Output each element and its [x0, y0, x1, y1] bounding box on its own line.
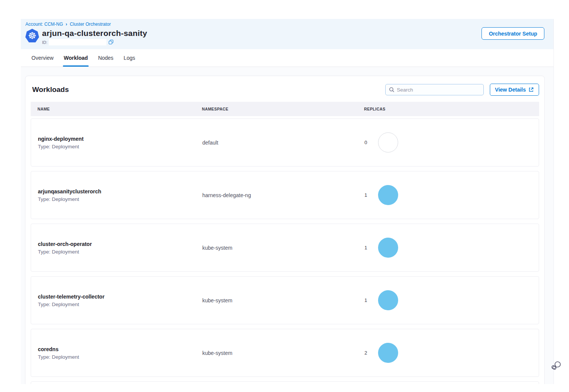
workload-namespace: kube-system: [202, 350, 364, 356]
replica-status-circle: [378, 290, 398, 310]
tab-workload[interactable]: Workload: [64, 49, 88, 67]
tab-overview[interactable]: Overview: [31, 49, 53, 67]
cluster-id-redacted: [49, 39, 106, 45]
breadcrumb-chevron-icon: ›: [66, 22, 67, 27]
table-row[interactable]: coredns Type: Deployment kube-system 2: [31, 329, 539, 377]
workload-namespace: kube-system: [202, 245, 364, 251]
chat-bubbles-icon: [552, 360, 563, 371]
app-frame: Account: CCM-NG › Cluster Orchestrator ☸…: [21, 19, 554, 384]
replica-count: 0: [364, 140, 368, 145]
tab-label: Logs: [123, 55, 135, 61]
column-header-replicas: REPLICAS: [364, 107, 539, 111]
workload-namespace: default: [202, 140, 364, 146]
table-row[interactable]: arjunqasanityclusterorch Type: Deploymen…: [31, 171, 539, 219]
workloads-card-header: Workloads View Details: [31, 84, 539, 96]
search-icon: [389, 87, 394, 92]
table-row[interactable]: nginx-deployment Type: Deployment defaul…: [31, 118, 539, 166]
view-details-button[interactable]: View Details: [490, 84, 539, 96]
table-row[interactable]: cluster-telemetry-collector Type: Deploy…: [31, 276, 539, 324]
replica-status-circle: [378, 343, 398, 363]
workload-type: Type: Deployment: [38, 144, 202, 149]
tab-logs[interactable]: Logs: [123, 49, 135, 67]
workload-namespace: kube-system: [202, 297, 364, 303]
replica-status-circle: [378, 185, 398, 205]
content-area: Workloads View Details: [21, 67, 553, 384]
column-header-namespace: NAMESPACE: [202, 107, 364, 111]
workloads-heading: Workloads: [32, 86, 69, 94]
table-header-row: NAME NAMESPACE REPLICAS: [31, 102, 539, 116]
tab-label: Workload: [64, 55, 88, 61]
workload-name: arjunqasanityclusterorch: [38, 188, 202, 194]
workload-name: coredns: [38, 346, 202, 352]
orchestrator-setup-button[interactable]: Orchestrator Setup: [481, 27, 544, 40]
copy-icon[interactable]: [109, 40, 114, 45]
replica-status-circle: [378, 132, 398, 152]
search-box[interactable]: [385, 84, 484, 95]
workload-name: nginx-deployment: [38, 136, 202, 142]
workload-type: Type: Deployment: [38, 249, 202, 255]
replica-count: 1: [364, 192, 368, 198]
search-input[interactable]: [397, 87, 480, 93]
tab-label: Nodes: [98, 55, 113, 61]
replica-count: 1: [364, 245, 368, 250]
kubernetes-icon: ☸: [25, 29, 39, 42]
table-row[interactable]: cluster-orch-operator Type: Deployment k…: [31, 224, 539, 272]
page-header: Account: CCM-NG › Cluster Orchestrator ☸…: [21, 19, 553, 49]
title-row: ☸ arjun-qa-clusterorch-sanity ID:: [25, 29, 549, 45]
replica-count: 1: [364, 297, 368, 303]
breadcrumb: Account: CCM-NG › Cluster Orchestrator: [25, 22, 549, 27]
workloads-actions: View Details: [385, 84, 539, 96]
table-row-partial[interactable]: [31, 381, 539, 384]
tab-nodes[interactable]: Nodes: [98, 49, 113, 67]
breadcrumb-section[interactable]: Cluster Orchestrator: [70, 22, 111, 27]
cluster-id-row: ID:: [42, 39, 147, 45]
replica-status-circle: [378, 238, 398, 258]
workload-type: Type: Deployment: [38, 196, 202, 202]
chat-help-button[interactable]: [552, 360, 564, 372]
tab-label: Overview: [31, 55, 53, 61]
replica-count: 2: [364, 350, 368, 356]
workload-namespace: harness-delegate-ng: [202, 192, 364, 198]
column-header-name: NAME: [38, 107, 202, 111]
workload-type: Type: Deployment: [38, 354, 202, 360]
tabs: OverviewWorkloadNodesLogs: [21, 49, 553, 67]
workload-name: cluster-orch-operator: [38, 241, 202, 247]
table-body: nginx-deployment Type: Deployment defaul…: [31, 118, 539, 384]
external-link-icon: [528, 87, 534, 92]
workloads-card: Workloads View Details: [25, 76, 545, 384]
workload-type: Type: Deployment: [38, 302, 202, 307]
workload-name: cluster-telemetry-collector: [38, 294, 202, 300]
view-details-label: View Details: [495, 87, 526, 93]
breadcrumb-account[interactable]: Account: CCM-NG: [25, 22, 63, 27]
page-title: arjun-qa-clusterorch-sanity: [42, 29, 147, 38]
cluster-id-label: ID:: [42, 40, 47, 45]
